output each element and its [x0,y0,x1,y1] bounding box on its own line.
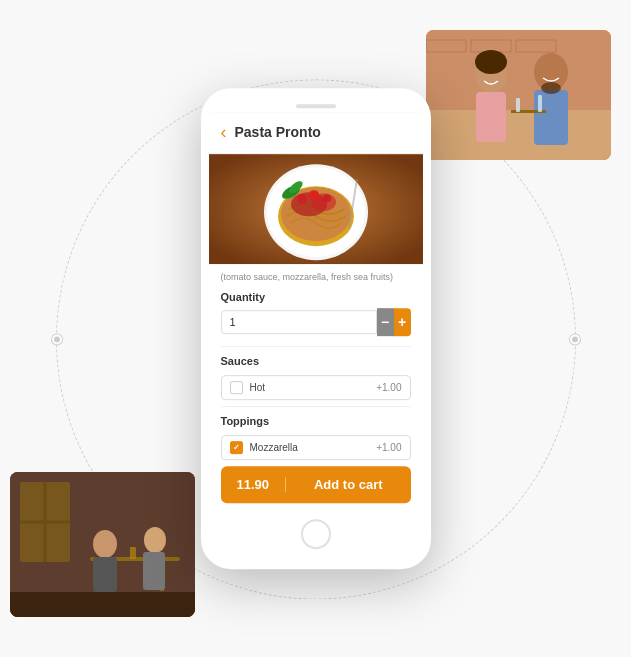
phone-top-bar [209,96,423,112]
quantity-input[interactable] [221,310,377,334]
svg-point-36 [309,190,319,200]
topping-mozzarella-checkbox[interactable] [230,441,243,454]
svg-rect-8 [93,557,117,592]
toppings-section-label: Toppings [221,415,411,427]
sauce-hot-label: Hot [250,382,377,393]
phone-mockup: ‹ Pasta Pronto [201,88,431,570]
phone-bottom-bar [209,511,423,561]
add-to-cart-button[interactable]: 11.90 Add to cart [221,466,411,503]
svg-point-7 [93,530,117,558]
phone-home-button[interactable] [301,519,331,549]
back-button[interactable]: ‹ [221,122,227,143]
food-image [209,154,423,264]
screen-content: (tomato sauce, mozzarella, fresh sea fru… [209,264,423,512]
restaurant-scene-left [10,472,195,617]
circle-dot-left [52,334,62,344]
svg-point-23 [541,82,561,94]
sauces-section-label: Sauces [221,355,411,367]
topping-mozzarella-label: Mozzarella [250,442,377,453]
circle-dot-right [570,334,580,344]
topping-mozzarella-price: +1.00 [376,442,401,453]
screen-header: ‹ Pasta Pronto [209,112,423,154]
svg-rect-26 [538,95,542,112]
svg-point-37 [323,194,331,202]
restaurant-scene-right [426,30,611,160]
sauce-hot-option[interactable]: Hot +1.00 [221,375,411,400]
phone-body: ‹ Pasta Pronto [201,88,431,570]
item-description: (tomato sauce, mozzarella, fresh sea fru… [221,272,411,284]
phone-screen: ‹ Pasta Pronto [209,112,423,512]
svg-point-35 [297,194,307,204]
cart-price: 11.90 [221,477,287,492]
sauce-hot-checkbox[interactable] [230,381,243,394]
restaurant-photo-top-right [426,30,611,160]
quantity-section-label: Quantity [221,291,411,303]
sauces-section: Sauces [221,346,411,367]
pasta-image-svg [209,154,423,264]
screen-title: Pasta Pronto [235,124,321,140]
svg-rect-11 [130,547,136,559]
restaurant-photo-bottom-left [10,472,195,617]
svg-rect-19 [476,92,506,142]
quantity-increase-button[interactable]: + [394,308,411,336]
topping-mozzarella-option[interactable]: Mozzarella +1.00 [221,435,411,460]
quantity-decrease-button[interactable]: − [377,308,394,336]
svg-point-9 [144,527,166,553]
svg-rect-25 [516,98,520,112]
svg-point-20 [475,50,507,74]
sauce-hot-price: +1.00 [376,382,401,393]
svg-rect-10 [143,552,165,590]
toppings-section: Toppings [221,406,411,427]
food-image-background [209,154,423,264]
quantity-row: − + [221,308,411,336]
phone-speaker [296,104,336,108]
cart-label: Add to cart [286,477,410,492]
svg-rect-12 [10,592,195,617]
